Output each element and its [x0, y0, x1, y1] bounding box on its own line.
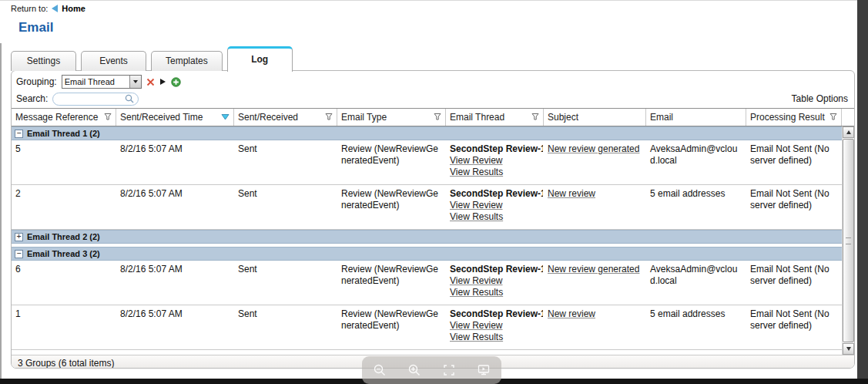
email-log-panel: Grouping: Email Thread Search:: [11, 70, 855, 369]
subject-link[interactable]: New review generated: [548, 143, 639, 154]
view-review-link[interactable]: View Review: [450, 320, 538, 332]
cell-message-reference: 6: [12, 261, 116, 278]
tab-events[interactable]: Events: [81, 51, 146, 71]
subject-link[interactable]: New review: [548, 308, 595, 319]
cell-subject: New review: [544, 305, 646, 323]
column-header-sent-received[interactable]: Sent/Received: [234, 109, 337, 126]
subject-link[interactable]: New review generated: [548, 264, 639, 275]
filter-icon[interactable]: [104, 112, 112, 123]
collapse-group-icon[interactable]: −: [15, 130, 23, 138]
column-header-label: Sent/Received Time: [120, 112, 203, 123]
filter-icon[interactable]: [531, 112, 539, 123]
table-row[interactable]: 58/2/16 5:07 AMSentReview (NewReviewGene…: [12, 140, 842, 185]
column-header-email-thread[interactable]: Email Thread: [446, 109, 544, 126]
cell-sent-received: Sent: [234, 305, 337, 323]
scrollbar-thumb[interactable]: [843, 139, 854, 342]
cell-sent-received-time: 8/2/16 5:07 AM: [116, 261, 234, 278]
cell-email-type: Review (NewReviewGeneratedEvent): [337, 261, 446, 290]
column-header-processing-result[interactable]: Processing Result: [746, 109, 842, 126]
cell-email-thread: SecondStep Review-1View ReviewView Resul…: [446, 185, 544, 226]
table-row[interactable]: 28/2/16 5:07 AMSentReview (NewReviewGene…: [12, 185, 842, 230]
table-header-row: Message ReferenceSent/Received TimeSent/…: [12, 108, 854, 126]
cell-processing-result: Email Not Sent (No server defined): [746, 261, 842, 290]
view-review-link[interactable]: View Review: [450, 200, 538, 211]
cell-processing-result: Email Not Sent (No server defined): [746, 185, 842, 214]
fullscreen-icon[interactable]: [442, 363, 456, 377]
column-header-label: Sent/Received: [238, 112, 298, 123]
scroll-up-button[interactable]: [843, 126, 854, 138]
cell-email: AveksaAdmin@vcloud.local: [646, 140, 746, 170]
header-scrollbar-spacer: [842, 109, 854, 126]
cell-message-reference: 2: [12, 185, 116, 203]
cell-sent-received: Sent: [234, 185, 337, 203]
sort-descending-icon[interactable]: [221, 112, 230, 123]
cell-subject: New review generated: [544, 140, 646, 158]
add-grouping-icon[interactable]: [171, 77, 181, 87]
home-link[interactable]: Home: [62, 4, 85, 13]
grouping-select[interactable]: Email Thread: [62, 75, 142, 89]
grouping-label: Grouping:: [16, 76, 57, 87]
group-header-row[interactable]: +Email Thread 2 (2): [12, 230, 842, 244]
image-viewer-toolbar: [362, 356, 501, 384]
collapse-group-icon[interactable]: −: [15, 250, 23, 258]
cell-message-reference: 5: [12, 140, 116, 158]
cell-sent-received: Sent: [234, 261, 337, 278]
group-label: Email Thread 1 (2): [27, 129, 100, 138]
grouping-select-value: Email Thread: [62, 77, 129, 86]
table-rows: −Email Thread 1 (2)58/2/16 5:07 AMSentRe…: [12, 126, 842, 350]
expand-group-icon[interactable]: +: [15, 233, 23, 241]
cell-subject: New review: [544, 185, 646, 203]
search-label: Search:: [16, 93, 48, 104]
column-header-email-type[interactable]: Email Type: [337, 109, 446, 126]
cell-message-reference: 1: [12, 305, 116, 323]
column-header-label: Processing Result: [750, 112, 825, 123]
cell-processing-result: Email Not Sent (No server defined): [746, 305, 842, 335]
presentation-icon[interactable]: [477, 363, 491, 377]
zoom-in-icon[interactable]: [407, 363, 421, 377]
grouping-select-dropdown-button[interactable]: [129, 76, 141, 88]
filter-icon[interactable]: [434, 112, 441, 123]
tab-log[interactable]: Log: [227, 46, 293, 72]
filter-icon[interactable]: [829, 112, 837, 123]
tab-settings[interactable]: Settings: [11, 51, 76, 71]
column-header-sent-received-time[interactable]: Sent/Received Time: [116, 109, 234, 126]
email-thread-name: SecondStep Review-1: [450, 308, 538, 320]
vertical-scrollbar[interactable]: [842, 126, 854, 355]
view-results-link[interactable]: View Results: [450, 287, 538, 298]
apply-grouping-icon[interactable]: [159, 78, 166, 86]
zoom-out-icon[interactable]: [373, 363, 387, 377]
subject-link[interactable]: New review: [548, 188, 595, 199]
group-label: Email Thread 2 (2): [27, 232, 100, 241]
back-arrow-icon[interactable]: [52, 5, 58, 12]
view-results-link[interactable]: View Results: [450, 211, 538, 223]
remove-grouping-icon[interactable]: [146, 78, 155, 86]
table-toolbar: Grouping: Email Thread Search:: [12, 71, 854, 108]
column-header-subject[interactable]: Subject: [544, 109, 646, 126]
column-header-message-reference[interactable]: Message Reference: [12, 109, 116, 126]
table-options-link[interactable]: Table Options: [792, 93, 848, 104]
table-row[interactable]: 18/2/16 5:07 AMSentReview (NewReviewGene…: [12, 305, 842, 350]
view-review-link[interactable]: View Review: [450, 275, 538, 287]
group-label: Email Thread 3 (2): [27, 249, 100, 258]
cell-subject: New review generated: [544, 261, 646, 278]
view-review-link[interactable]: View Review: [450, 155, 538, 167]
email-thread-name: SecondStep Review-1: [450, 264, 538, 275]
search-icon[interactable]: [125, 94, 135, 106]
column-header-label: Message Reference: [15, 112, 98, 123]
table-row[interactable]: 68/2/16 5:07 AMSentReview (NewReviewGene…: [12, 261, 842, 305]
group-header-row[interactable]: −Email Thread 1 (2): [12, 126, 842, 140]
group-header-row[interactable]: −Email Thread 3 (2): [12, 247, 842, 261]
column-header-email[interactable]: Email: [646, 109, 746, 126]
group-count-summary: 3 Groups (6 total items): [18, 358, 114, 369]
filter-icon[interactable]: [325, 112, 333, 123]
view-results-link[interactable]: View Results: [450, 167, 538, 178]
table-body: −Email Thread 1 (2)58/2/16 5:07 AMSentRe…: [12, 126, 854, 355]
arrow-down-icon: [846, 347, 851, 351]
search-row: Search: Table Options: [16, 90, 850, 107]
cell-email-thread: SecondStep Review-1View ReviewView Resul…: [446, 140, 544, 181]
tab-templates[interactable]: Templates: [151, 51, 223, 71]
view-results-link[interactable]: View Results: [450, 332, 538, 343]
scroll-down-button[interactable]: [843, 343, 854, 355]
column-header-label: Email Type: [341, 112, 387, 123]
cell-email-thread: SecondStep Review-1View ReviewView Resul…: [446, 305, 544, 346]
